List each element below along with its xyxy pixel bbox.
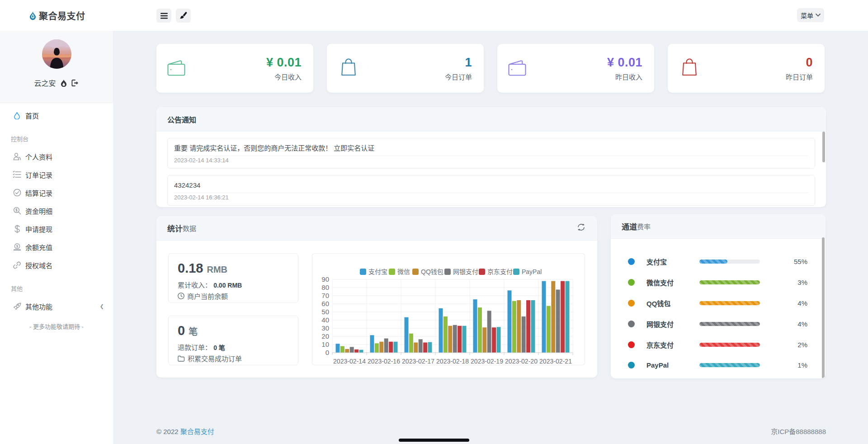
svg-text:2023-02-16: 2023-02-16 — [368, 358, 400, 365]
svg-text:10: 10 — [321, 340, 329, 348]
svg-text:20: 20 — [321, 332, 329, 340]
svg-text:90: 90 — [321, 275, 329, 283]
svg-text:2023-02-21: 2023-02-21 — [539, 358, 572, 365]
svg-text:50: 50 — [321, 308, 329, 316]
svg-text:0: 0 — [326, 349, 329, 356]
svg-text:40: 40 — [321, 316, 329, 324]
svg-text:2023-02-19: 2023-02-19 — [471, 358, 503, 365]
svg-text:80: 80 — [321, 283, 329, 291]
svg-text:网银支付: 网银支付 — [453, 268, 478, 275]
svg-text:京东支付: 京东支付 — [487, 268, 513, 275]
svg-text:60: 60 — [321, 300, 329, 307]
svg-text:PayPal: PayPal — [522, 268, 542, 275]
svg-text:QQ钱包: QQ钱包 — [421, 268, 443, 275]
svg-text:微信: 微信 — [397, 268, 410, 275]
svg-text:2023-02-18: 2023-02-18 — [436, 358, 469, 365]
svg-text:70: 70 — [321, 292, 329, 299]
svg-text:2023-02-17: 2023-02-17 — [402, 358, 434, 365]
svg-text:支付宝: 支付宝 — [368, 268, 387, 275]
svg-text:30: 30 — [321, 324, 329, 332]
svg-text:2023-02-14: 2023-02-14 — [333, 358, 366, 365]
svg-text:2023-02-20: 2023-02-20 — [505, 358, 538, 365]
